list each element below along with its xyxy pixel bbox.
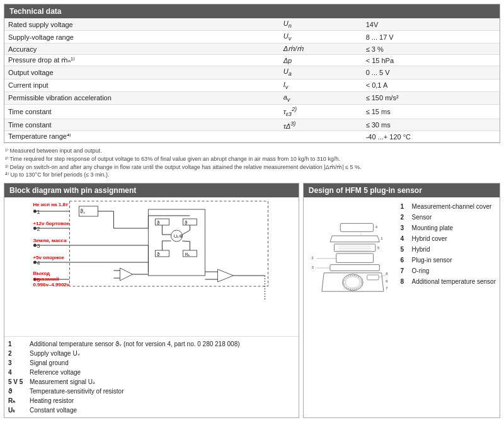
row-name: Temperature range⁴⁾ [4,131,280,143]
svg-rect-66 [334,244,375,252]
row-value: < 0,1 A [362,79,500,91]
table-row: Current input Iv < 0,1 A [4,79,500,91]
row-name: Time constant [4,104,280,119]
svg-rect-74 [330,264,379,271]
row-symbol: Δṁ/ṁ [280,44,362,55]
svg-rect-62 [340,223,373,231]
footnote: ¹⁾ Measured between input and output. [5,147,499,155]
legend-num: ϑ [8,387,27,396]
tech-section-header: Technical data [4,4,500,18]
svg-marker-39 [120,268,132,281]
design-legend-text: O-ring [412,265,430,276]
design-legend-text: Plug-in sensor [412,255,452,265]
block-diagram-header: Block diagram with pin assignment [4,184,299,197]
design-section-header: Design of HFM 5 plug-in sensor [304,184,500,197]
design-legend-num: 2 [401,212,410,223]
design-legend-item: 2Sensor [401,212,496,223]
design-legend-item: 6Plug-in sensor [401,255,496,265]
legend-num: 4 [8,368,27,377]
row-value: 0 ... 5 V [362,66,500,79]
svg-text:3: 3 [37,243,40,249]
legend-text: Temperature-sensitivity of resistor [30,387,124,396]
svg-point-2 [33,209,37,213]
svg-text:1: 1 [381,236,382,240]
svg-marker-43 [217,269,233,282]
svg-text:4: 4 [375,225,378,229]
design-legend-num: 4 [401,233,410,244]
svg-text:Земля, масса: Земля, масса [33,238,67,243]
svg-text:7: 7 [386,286,387,290]
row-value: -40 ...+ 120 °C [362,131,500,143]
row-value: ≤ 150 m/s² [362,91,500,104]
svg-text:1: 1 [37,209,40,215]
legend-item: UₖConstant voltage [8,405,295,415]
design-legend-num: 7 [401,265,410,276]
row-symbol: Ua [280,66,362,79]
row-name: Output voltage [4,66,280,79]
svg-text:3: 3 [311,265,314,269]
svg-text:+5v опорное: +5v опорное [33,255,64,260]
legend-text: Supply voltage Uᵥ [30,349,80,358]
design-legend-num: 1 [401,201,410,212]
svg-text:4: 4 [37,260,40,266]
svg-rect-71 [336,253,374,262]
legend-text: Additional temperature sensor ϑᵥ (not fo… [30,339,240,349]
table-row: Temperature range⁴⁾ -40 ...+ 120 °C [4,131,500,143]
row-value: ≤ 3 % [362,44,500,55]
legend-item: ϑTemperature-sensitivity of resistor [8,387,295,396]
legend-item: 4Reference voltage [8,368,295,377]
legend-text: Heating resistor [30,396,74,405]
tech-table: Rated supply voltage Un 14V Supply-volta… [4,18,500,143]
legend-item: 5 V 5Measurement signal Uₐ [8,377,295,387]
circuit-svg: 1 2 3 4 5 ϑᵤ ϑ ϑ [7,200,296,310]
legend-num: 1 [8,339,27,349]
design-illustration: 4 1 5 2 [307,201,398,319]
design-svg: 4 1 5 2 [307,201,398,318]
row-value: ≤ 15 ms [362,104,500,119]
row-name: Current input [4,79,280,91]
footnotes: ¹⁾ Measured between input and output.²⁾ … [5,147,499,178]
design-legend-item: 3Mounting plate [401,223,496,233]
row-symbol: τΔ3) [280,119,362,131]
design-legend: 1Measurement-channel cover2Sensor3Mounti… [401,201,496,319]
design-legend-item: 1Measurement-channel cover [401,201,496,212]
row-name: Rated supply voltage [4,18,280,31]
table-row: Output voltage Ua 0 ... 5 V [4,66,500,79]
legend-num: 2 [8,349,27,358]
design-legend-text: Measurement-channel cover [412,201,492,212]
table-row: Rated supply voltage Un 14V [4,18,500,31]
legend-item: 2Supply voltage Uᵥ [8,349,295,358]
row-name: Accuracy [4,44,280,55]
legend-item: 1Additional temperature sensor ϑᵥ (not f… [8,339,295,349]
design-legend-text: Hybrid cover [412,233,447,244]
svg-text:Не исп на 1.8т: Не исп на 1.8т [33,202,67,207]
design-legend-text: Sensor [412,212,432,223]
legend-item: RₕHeating resistor [8,396,295,405]
design-legend-text: Hybrid [412,244,430,255]
svg-point-8 [33,260,37,264]
footnote: ³⁾ Delay on switch-on and after any chan… [5,163,499,172]
design-legend-num: 3 [401,223,410,233]
table-row: Accuracy Δṁ/ṁ ≤ 3 % [4,44,500,55]
design-section: Design of HFM 5 plug-in sensor 4 1 [303,183,500,418]
svg-text:ϑ: ϑ [185,221,187,225]
row-symbol: Iv [280,79,362,91]
svg-point-80 [343,275,362,289]
table-row: Supply-voltage range Uv 8 ... 17 V [4,31,500,44]
legend-text: Signal ground [30,358,69,368]
design-legend-num: 6 [401,255,410,265]
svg-rect-0 [69,201,268,286]
row-symbol [280,131,362,143]
svg-text:Выход: Выход [33,271,50,276]
row-symbol: Δp [280,55,362,66]
svg-point-6 [33,243,37,247]
legend-text: Reference voltage [30,368,81,377]
bottom-row: Block diagram with pin assignment [4,183,500,418]
footnote: ⁴⁾ Up to 130°C for brief periods (≤ 3 mi… [5,171,499,179]
block-diagram-section: Block diagram with pin assignment [4,183,299,418]
table-row: Time constant τε32) ≤ 15 ms [4,104,500,119]
row-value: 8 ... 17 V [362,31,500,44]
design-legend-text: Additional temperature sensor [412,276,496,287]
legend-text: Constant voltage [30,405,77,415]
row-name: Permissible vibration acceleration [4,91,280,104]
